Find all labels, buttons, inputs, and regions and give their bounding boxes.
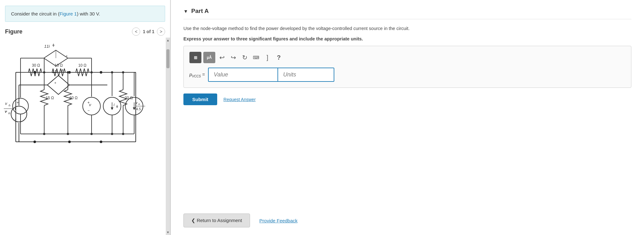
- answer-box: ⊞ μÅ ↩ ↪ ↻ ⌨ ] ? pVCCS =: [183, 46, 631, 88]
- svg-text:+: +: [16, 100, 19, 105]
- svg-text:11i: 11i: [44, 44, 50, 49]
- mu-icon: μÅ: [207, 55, 212, 60]
- figure-next-button[interactable]: >: [157, 27, 165, 36]
- svg-text:60 Ω: 60 Ω: [69, 96, 78, 100]
- svg-text:i: i: [114, 103, 115, 107]
- figure-title: Figure: [5, 28, 22, 35]
- toolbar: ⊞ μÅ ↩ ↪ ↻ ⌨ ] ?: [189, 52, 625, 63]
- scrollbar-thumb[interactable]: [166, 49, 170, 68]
- problem-text-2: Express your answer to three significant…: [183, 35, 631, 43]
- svg-point-92: [111, 133, 113, 135]
- request-answer-link[interactable]: Request Answer: [224, 97, 256, 102]
- svg-text:ϕ: ϕ: [52, 43, 55, 47]
- bracket-button[interactable]: ]: [263, 53, 272, 62]
- svg-text:−: −: [5, 109, 7, 114]
- return-to-assignment-button[interactable]: ❮ Return to Assignment: [183, 214, 250, 227]
- left-panel: Consider the circuit in (Figure 1) with …: [0, 0, 170, 235]
- svg-text:10 Ω: 10 Ω: [78, 63, 86, 68]
- svg-point-93: [122, 133, 124, 135]
- svg-point-89: [43, 133, 45, 135]
- problem-text-before: Consider the circuit in (: [11, 11, 59, 16]
- figure-link[interactable]: Figure 1: [59, 11, 77, 16]
- scroll-down-arrow[interactable]: ▼: [166, 230, 170, 235]
- svg-text:ϕ: ϕ: [116, 105, 118, 108]
- redo-button[interactable]: ↪: [229, 53, 238, 62]
- keyboard-button[interactable]: ⌨: [251, 53, 261, 62]
- problem-statement: Consider the circuit in (Figure 1) with …: [5, 6, 165, 22]
- svg-text:Δ: Δ: [138, 103, 140, 105]
- figure-pagination: 1 of 1: [143, 29, 154, 34]
- matrix-button[interactable]: ⊞: [189, 52, 201, 63]
- value-input[interactable]: [208, 68, 277, 82]
- right-panel: ▼ Part A Use the node-voltage method to …: [171, 0, 644, 235]
- part-label: Part A: [191, 8, 209, 15]
- svg-point-62: [83, 97, 100, 115]
- problem-text-after: ) with 30 V.: [77, 11, 100, 16]
- svg-point-90: [67, 133, 69, 135]
- scrollbar[interactable]: ▲ ▼: [166, 38, 170, 235]
- action-row: Submit Request Answer: [183, 93, 631, 105]
- provide-feedback-link[interactable]: Provide Feedback: [259, 218, 298, 223]
- collapse-icon[interactable]: ▼: [183, 9, 188, 14]
- svg-text:Δ: Δ: [9, 104, 10, 107]
- svg-text:4.5: 4.5: [136, 107, 141, 111]
- svg-point-48: [13, 98, 28, 114]
- input-row: pVCCS =: [189, 68, 625, 82]
- svg-text:v: v: [89, 102, 92, 107]
- mu-button[interactable]: μÅ: [203, 52, 215, 63]
- svg-text:v: v: [136, 101, 138, 105]
- problem-text-1: Use the node-voltage method to find the …: [183, 25, 631, 32]
- bottom-row: ❮ Return to Assignment Provide Feedback: [183, 207, 631, 227]
- pvccs-label: pVCCS =: [189, 72, 205, 78]
- circuit-diagram-clean: 30 Ω 10 Ω 10 Ω: [3, 41, 155, 161]
- matrix-icon: ⊞: [194, 55, 197, 60]
- svg-text:−: −: [87, 108, 90, 113]
- undo-button[interactable]: ↩: [217, 53, 227, 62]
- figure-prev-button[interactable]: <: [132, 27, 140, 36]
- part-header: ▼ Part A: [183, 8, 631, 19]
- svg-text:v: v: [5, 101, 8, 106]
- svg-point-91: [91, 133, 93, 135]
- submit-button[interactable]: Submit: [183, 93, 217, 105]
- problem-text-2-strong: Express your answer to three significant…: [183, 36, 363, 41]
- figure-section-header: Figure < 1 of 1 >: [0, 22, 170, 38]
- circuit-diagram-container: + 11i ϕ + − v Δ: [0, 38, 170, 235]
- units-input[interactable]: [277, 68, 334, 82]
- svg-text:30 Ω: 30 Ω: [32, 63, 40, 68]
- svg-text:+: +: [66, 54, 68, 58]
- scroll-up-arrow[interactable]: ▲: [166, 38, 170, 43]
- reset-button[interactable]: ↻: [240, 53, 249, 62]
- help-button[interactable]: ?: [274, 53, 283, 62]
- svg-text:15 Ω: 15 Ω: [46, 96, 54, 100]
- figure-nav: < 1 of 1 >: [132, 27, 165, 36]
